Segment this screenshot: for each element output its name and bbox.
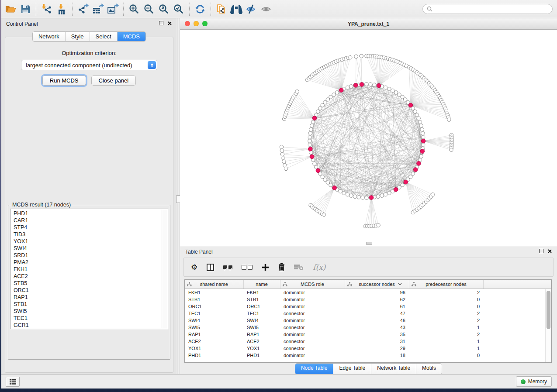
list-scrollbar[interactable]: [162, 210, 167, 328]
table-cell[interactable]: dominator: [280, 331, 345, 338]
table-cell[interactable]: 43: [345, 324, 409, 331]
close-panel-button[interactable]: Close panel: [91, 76, 136, 86]
table-cell[interactable]: 2: [409, 331, 483, 338]
tab-edge-table[interactable]: Edge Table: [333, 364, 371, 374]
table-row[interactable]: ACE2ACE2connector311: [185, 338, 551, 345]
table-cell[interactable]: RAP1: [243, 331, 280, 338]
scrollbar-thumb[interactable]: [547, 291, 550, 329]
table-cell[interactable]: [483, 296, 551, 303]
table-cell[interactable]: dominator: [280, 296, 345, 303]
table-cell[interactable]: [483, 324, 551, 331]
mcds-result-item[interactable]: TID3: [14, 231, 168, 238]
table-cell[interactable]: 18: [345, 352, 409, 359]
criterion-dropdown[interactable]: largest connected component (undirected): [21, 60, 157, 70]
table-cell[interactable]: 96: [345, 289, 409, 296]
export-table-button[interactable]: [90, 2, 105, 16]
table-cell[interactable]: ACE2: [185, 338, 243, 345]
table-cell[interactable]: [483, 289, 551, 296]
panel-splitter[interactable]: [177, 18, 180, 375]
hide-details-button[interactable]: [244, 2, 259, 16]
table-cell[interactable]: [483, 303, 551, 310]
clone-network-button[interactable]: [214, 2, 229, 16]
table-cell[interactable]: 31: [345, 338, 409, 345]
table-row[interactable]: PHD1PHD1dominator180: [185, 352, 551, 359]
task-history-button[interactable]: [6, 377, 20, 387]
table-cell[interactable]: [483, 352, 551, 359]
tab-node-table[interactable]: Node Table: [295, 364, 333, 374]
table-row[interactable]: SWI4SWI4dominator462: [185, 317, 551, 324]
table-row[interactable]: RAP1RAP1dominator352: [185, 331, 551, 338]
table-cell[interactable]: SWI5: [185, 324, 243, 331]
table-cell[interactable]: [483, 338, 551, 345]
table-cell[interactable]: dominator: [280, 303, 345, 310]
mcds-result-item[interactable]: ACE2: [14, 273, 168, 280]
table-cell[interactable]: [483, 331, 551, 338]
table-cell[interactable]: TEC1: [243, 310, 280, 317]
mcds-result-item[interactable]: YOX1: [14, 238, 168, 245]
table-cell[interactable]: ORC1: [243, 303, 280, 310]
table-cell[interactable]: [483, 317, 551, 324]
delete-column-button[interactable]: [278, 263, 285, 271]
mcds-result-item[interactable]: ORC1: [14, 287, 168, 294]
table-cell[interactable]: 46: [345, 317, 409, 324]
table-row[interactable]: STB1STB1dominator620: [185, 296, 551, 303]
import-table-button[interactable]: [54, 2, 69, 16]
mcds-result-item[interactable]: FKH1: [14, 266, 168, 273]
table-cell[interactable]: ORC1: [185, 303, 243, 310]
run-mcds-button[interactable]: Run MCDS: [42, 76, 86, 86]
table-cell[interactable]: TEC1: [185, 310, 243, 317]
network-titlebar[interactable]: YPA_prune.txt_1: [180, 18, 557, 30]
table-cell[interactable]: PHD1: [185, 352, 243, 359]
memory-button[interactable]: Memory: [516, 376, 552, 387]
table-cell[interactable]: 61: [345, 303, 409, 310]
table-cell[interactable]: connector: [280, 338, 345, 345]
search-box[interactable]: [422, 4, 553, 14]
maximize-window-icon[interactable]: [202, 21, 208, 26]
mcds-result-item[interactable]: CAR1: [14, 217, 168, 224]
table-cell[interactable]: 47: [345, 310, 409, 317]
table-cell[interactable]: FKH1: [243, 289, 280, 296]
tab-network-table[interactable]: Network Table: [371, 364, 416, 374]
table-cell[interactable]: 0: [409, 303, 483, 310]
mcds-result-item[interactable]: GCR1: [14, 322, 168, 329]
table-cell[interactable]: 2: [409, 310, 483, 317]
mcds-result-item[interactable]: RAP1: [14, 294, 168, 301]
deselect-all-button[interactable]: [242, 265, 253, 270]
network-graph[interactable]: [180, 30, 557, 246]
export-network-button[interactable]: [76, 2, 90, 16]
close-window-icon[interactable]: [185, 21, 190, 26]
table-cell[interactable]: 1: [409, 338, 483, 345]
mcds-result-list[interactable]: PHD1CAR1STP4TID3YOX1SWI4SRD1PMA2FKH1ACE2…: [10, 209, 168, 329]
select-all-button[interactable]: [223, 265, 232, 269]
table-cell[interactable]: FKH1: [185, 289, 243, 296]
search-input[interactable]: [435, 6, 548, 13]
network-canvas[interactable]: [180, 30, 557, 246]
table-cell[interactable]: dominator: [280, 317, 345, 324]
table-cell[interactable]: dominator: [280, 352, 345, 359]
col-successor-nodes[interactable]: successor nodes: [345, 280, 409, 289]
table-cell[interactable]: connector: [280, 310, 345, 317]
close-table-panel-icon[interactable]: [548, 249, 552, 253]
table-cell[interactable]: 62: [345, 296, 409, 303]
table-row[interactable]: SWI5SWI5connector431: [185, 324, 551, 331]
table-cell[interactable]: [483, 310, 551, 317]
zoom-in-button[interactable]: [127, 2, 142, 16]
mcds-result-item[interactable]: TEC1: [14, 315, 168, 322]
table-cell[interactable]: connector: [280, 345, 345, 352]
table-cell[interactable]: YOX1: [243, 345, 280, 352]
table-scrollbar[interactable]: [545, 289, 551, 362]
close-panel-icon[interactable]: [168, 21, 172, 25]
table-cell[interactable]: STB1: [243, 296, 280, 303]
table-cell[interactable]: RAP1: [185, 331, 243, 338]
mcds-result-item[interactable]: PMA2: [14, 259, 168, 266]
col-shared-name[interactable]: shared name: [185, 280, 243, 289]
table-cell[interactable]: 1: [409, 345, 483, 352]
export-image-button[interactable]: [105, 2, 120, 16]
tab-style[interactable]: Style: [65, 32, 90, 41]
table-cell[interactable]: YOX1: [185, 345, 243, 352]
first-neighbors-button[interactable]: [229, 2, 244, 16]
mcds-result-item[interactable]: STP4: [14, 224, 168, 231]
mcds-result-item[interactable]: SWI5: [14, 308, 168, 315]
mcds-result-item[interactable]: SWI4: [14, 245, 168, 252]
tab-motifs[interactable]: Motifs: [416, 364, 442, 374]
